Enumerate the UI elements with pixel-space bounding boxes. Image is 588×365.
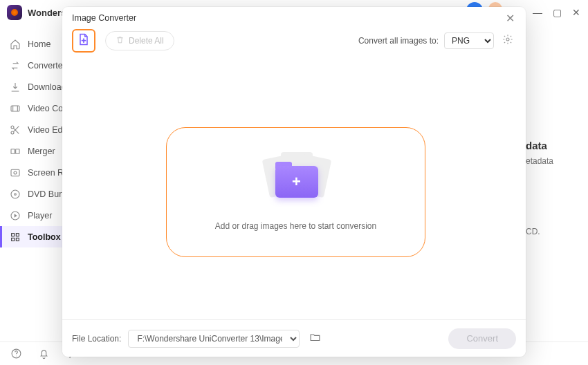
svg-rect-13 bbox=[16, 238, 19, 241]
dropzone-hint: Add or drag images here to start convers… bbox=[215, 221, 376, 231]
svg-point-15 bbox=[16, 356, 17, 357]
merge-icon bbox=[10, 146, 21, 157]
folder-icon bbox=[309, 331, 321, 346]
svg-rect-5 bbox=[11, 169, 19, 176]
bg-line: CD. bbox=[526, 224, 581, 239]
sidebar-item-label: Merger bbox=[28, 147, 55, 156]
record-icon bbox=[10, 167, 21, 178]
add-image-button[interactable] bbox=[72, 29, 95, 53]
bg-line: etadata bbox=[526, 153, 581, 169]
compress-icon bbox=[10, 103, 21, 114]
image-converter-dialog: Image Converter ✕ Delete All Convert all… bbox=[62, 7, 526, 357]
svg-rect-4 bbox=[16, 149, 19, 153]
dialog-close-button[interactable]: ✕ bbox=[504, 12, 516, 24]
svg-point-1 bbox=[11, 126, 14, 129]
delete-all-label: Delete All bbox=[129, 36, 164, 46]
svg-rect-12 bbox=[12, 238, 15, 241]
bg-heading: data bbox=[526, 138, 581, 153]
dropzone[interactable]: + Add or drag images here to start conve… bbox=[166, 127, 425, 257]
help-icon[interactable] bbox=[10, 348, 22, 360]
gear-icon bbox=[502, 34, 513, 48]
disc-icon bbox=[10, 189, 21, 200]
folder-plus-icon: + bbox=[261, 153, 331, 202]
maximize-button[interactable]: ▢ bbox=[552, 8, 562, 17]
convert-button[interactable]: Convert bbox=[448, 328, 516, 349]
svg-point-8 bbox=[15, 193, 17, 195]
sidebar-item-label: Home bbox=[28, 39, 50, 49]
dialog-title: Image Converter bbox=[72, 13, 136, 23]
svg-point-2 bbox=[11, 131, 14, 134]
sidebar-item-label: Toolbox bbox=[28, 232, 61, 242]
download-icon bbox=[10, 82, 21, 93]
file-location-select[interactable]: F:\Wondershare UniConverter 13\Image Out… bbox=[128, 330, 300, 348]
close-button[interactable]: ✕ bbox=[571, 8, 581, 17]
background-card: data etadata CD. bbox=[526, 138, 581, 239]
svg-point-6 bbox=[14, 171, 17, 174]
app-logo bbox=[7, 5, 22, 20]
minimize-button[interactable]: — bbox=[533, 8, 542, 17]
scissors-icon bbox=[10, 124, 21, 135]
bell-icon[interactable] bbox=[37, 348, 50, 360]
open-folder-button[interactable] bbox=[306, 330, 323, 347]
delete-all-button[interactable]: Delete All bbox=[105, 31, 174, 50]
settings-button[interactable] bbox=[499, 32, 516, 49]
grid-icon bbox=[10, 232, 21, 243]
trash-icon bbox=[116, 35, 125, 46]
svg-rect-3 bbox=[11, 149, 15, 153]
home-icon bbox=[10, 39, 21, 50]
svg-rect-11 bbox=[16, 233, 19, 236]
convert-all-label: Convert all images to: bbox=[358, 36, 439, 46]
svg-rect-0 bbox=[11, 106, 19, 111]
add-file-icon bbox=[77, 32, 91, 49]
svg-point-7 bbox=[11, 190, 19, 198]
sidebar-item-label: Converter bbox=[28, 61, 66, 71]
play-icon bbox=[10, 210, 21, 221]
svg-point-17 bbox=[506, 38, 509, 41]
svg-rect-10 bbox=[12, 233, 15, 236]
file-location-label: File Location: bbox=[72, 334, 121, 344]
output-format-select[interactable]: PNG bbox=[444, 32, 494, 49]
convert-icon bbox=[10, 60, 21, 71]
sidebar-item-label: Player bbox=[28, 211, 52, 221]
